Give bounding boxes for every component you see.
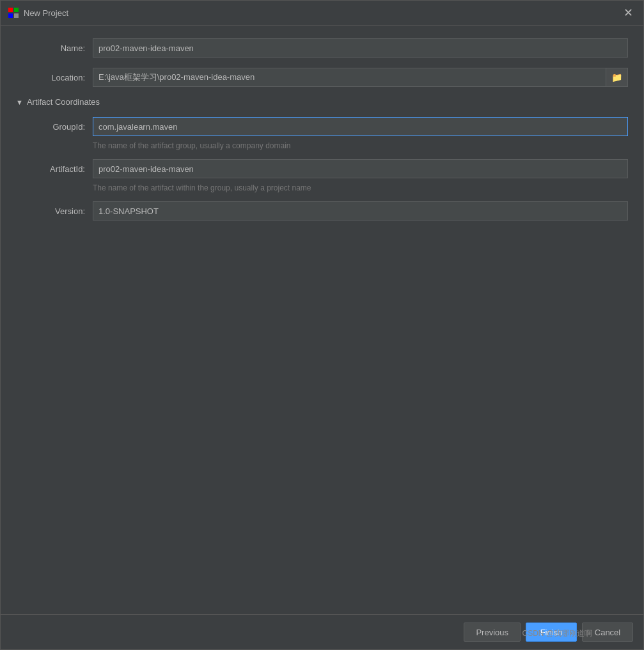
dialog-title: New Project — [24, 8, 68, 18]
groupid-label: GroupId: — [16, 122, 93, 132]
folder-icon: 📁 — [611, 72, 622, 82]
svg-rect-0 — [8, 8, 13, 12]
version-row: Version: — [16, 201, 628, 221]
artifact-section-title: Artifact Coordinates — [27, 97, 100, 107]
previous-button[interactable]: Previous — [464, 623, 521, 642]
location-input[interactable] — [93, 68, 606, 87]
artifactid-input[interactable] — [93, 159, 628, 178]
location-label: Location: — [16, 73, 93, 82]
title-bar-left: New Project — [8, 8, 68, 18]
section-toggle-icon[interactable]: ▼ — [16, 98, 23, 106]
name-row: Name: — [16, 38, 628, 58]
artifactid-row: ArtifactId: — [16, 159, 628, 178]
groupid-hint: The name of the artifact group, usually … — [93, 141, 628, 150]
watermark: CSDN @我哪刚道啊 — [522, 628, 592, 639]
location-row: Location: 📁 — [16, 68, 628, 87]
content-area: Name: Location: 📁 ▼ Artifact Coordinates… — [1, 26, 643, 614]
new-project-dialog: New Project ✕ Name: Location: 📁 ▼ Artifa… — [0, 0, 644, 650]
groupid-row: GroupId: — [16, 117, 628, 136]
svg-rect-3 — [14, 13, 19, 18]
folder-button[interactable]: 📁 — [606, 68, 628, 87]
svg-rect-2 — [8, 13, 13, 18]
artifact-section-header: ▼ Artifact Coordinates — [16, 97, 628, 107]
version-input[interactable] — [93, 201, 628, 221]
app-icon — [8, 8, 19, 18]
groupid-input[interactable] — [93, 117, 628, 136]
title-bar: New Project ✕ — [1, 1, 643, 26]
artifactid-hint: The name of the artifact within the grou… — [93, 183, 628, 192]
name-input[interactable] — [93, 38, 628, 58]
name-label: Name: — [16, 43, 93, 53]
location-input-group: 📁 — [93, 68, 628, 87]
svg-rect-1 — [14, 8, 19, 12]
artifactid-label: ArtifactId: — [16, 164, 93, 174]
version-label: Version: — [16, 206, 93, 216]
close-button[interactable]: ✕ — [621, 6, 636, 20]
